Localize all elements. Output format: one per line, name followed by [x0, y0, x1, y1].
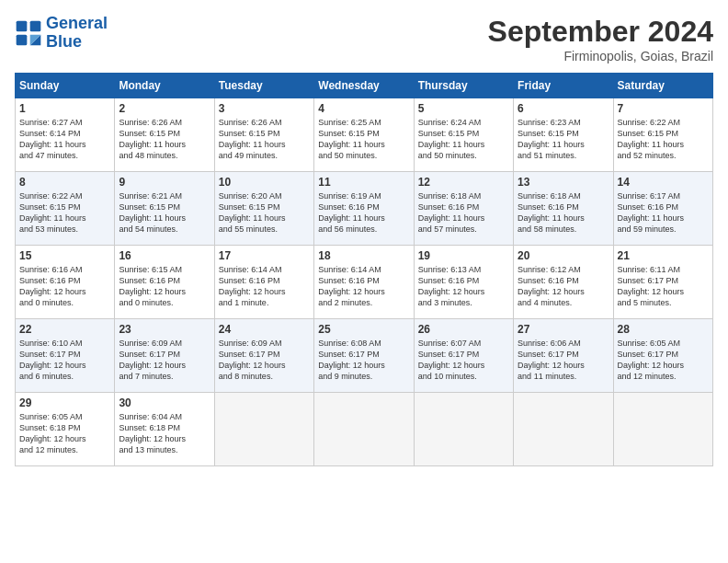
- col-wednesday: Wednesday: [314, 74, 414, 98]
- location-title: Firminopolis, Goias, Brazil: [488, 49, 713, 63]
- calendar-cell: [613, 393, 712, 466]
- day-number: 13: [518, 176, 609, 189]
- calendar-cell: 3Sunrise: 6:26 AM Sunset: 6:15 PM Daylig…: [214, 98, 313, 172]
- day-number: 9: [119, 176, 210, 189]
- day-number: 26: [418, 323, 509, 336]
- day-info: Sunrise: 6:23 AM Sunset: 6:15 PM Dayligh…: [518, 117, 609, 162]
- calendar-cell: 6Sunrise: 6:23 AM Sunset: 6:15 PM Daylig…: [514, 98, 613, 172]
- day-info: Sunrise: 6:14 AM Sunset: 6:16 PM Dayligh…: [318, 264, 409, 309]
- calendar-cell: [514, 393, 613, 466]
- day-number: 2: [119, 102, 210, 115]
- day-number: 17: [219, 249, 310, 262]
- col-tuesday: Tuesday: [214, 74, 313, 98]
- day-number: 27: [518, 323, 609, 336]
- col-friday: Friday: [514, 74, 613, 98]
- day-info: Sunrise: 6:13 AM Sunset: 6:16 PM Dayligh…: [418, 264, 509, 309]
- day-number: 5: [418, 102, 509, 115]
- day-info: Sunrise: 6:12 AM Sunset: 6:16 PM Dayligh…: [518, 264, 609, 309]
- calendar-row-5: 29Sunrise: 6:05 AM Sunset: 6:18 PM Dayli…: [16, 393, 713, 466]
- calendar-cell: 27Sunrise: 6:06 AM Sunset: 6:17 PM Dayli…: [514, 319, 613, 393]
- calendar-cell: 7Sunrise: 6:22 AM Sunset: 6:15 PM Daylig…: [613, 98, 712, 172]
- calendar-cell: [314, 393, 414, 466]
- logo: General Blue: [15, 15, 108, 52]
- day-number: 15: [19, 249, 110, 262]
- svg-rect-0: [17, 20, 28, 31]
- day-number: 24: [219, 323, 310, 336]
- day-number: 28: [618, 323, 709, 336]
- day-number: 11: [318, 176, 409, 189]
- day-info: Sunrise: 6:08 AM Sunset: 6:17 PM Dayligh…: [318, 338, 409, 383]
- logo-text: General Blue: [46, 15, 108, 52]
- calendar-cell: 10Sunrise: 6:20 AM Sunset: 6:15 PM Dayli…: [214, 172, 313, 246]
- calendar-cell: 8Sunrise: 6:22 AM Sunset: 6:15 PM Daylig…: [16, 172, 115, 246]
- calendar-cell: 14Sunrise: 6:17 AM Sunset: 6:16 PM Dayli…: [613, 172, 712, 246]
- title-block: September 2024 Firminopolis, Goias, Braz…: [488, 15, 713, 63]
- day-info: Sunrise: 6:05 AM Sunset: 6:17 PM Dayligh…: [618, 338, 709, 383]
- calendar-cell: 12Sunrise: 6:18 AM Sunset: 6:16 PM Dayli…: [414, 172, 513, 246]
- day-info: Sunrise: 6:11 AM Sunset: 6:17 PM Dayligh…: [618, 264, 709, 309]
- day-info: Sunrise: 6:25 AM Sunset: 6:15 PM Dayligh…: [318, 117, 409, 162]
- day-info: Sunrise: 6:07 AM Sunset: 6:17 PM Dayligh…: [418, 338, 509, 383]
- calendar-row-4: 22Sunrise: 6:10 AM Sunset: 6:17 PM Dayli…: [16, 319, 713, 393]
- day-info: Sunrise: 6:20 AM Sunset: 6:15 PM Dayligh…: [219, 190, 310, 236]
- calendar-cell: 24Sunrise: 6:09 AM Sunset: 6:17 PM Dayli…: [214, 319, 313, 393]
- day-number: 6: [518, 102, 609, 115]
- day-info: Sunrise: 6:21 AM Sunset: 6:15 PM Dayligh…: [119, 190, 210, 236]
- calendar-cell: 19Sunrise: 6:13 AM Sunset: 6:16 PM Dayli…: [414, 246, 513, 319]
- svg-rect-2: [17, 34, 28, 45]
- page-header: General Blue September 2024 Firminopolis…: [15, 15, 713, 63]
- day-number: 29: [19, 396, 110, 409]
- svg-rect-1: [30, 20, 41, 31]
- col-sunday: Sunday: [16, 74, 115, 98]
- day-info: Sunrise: 6:17 AM Sunset: 6:16 PM Dayligh…: [618, 190, 709, 236]
- day-number: 1: [19, 102, 110, 115]
- day-info: Sunrise: 6:27 AM Sunset: 6:14 PM Dayligh…: [19, 117, 110, 162]
- calendar-cell: 17Sunrise: 6:14 AM Sunset: 6:16 PM Dayli…: [214, 246, 313, 319]
- day-info: Sunrise: 6:04 AM Sunset: 6:18 PM Dayligh…: [119, 411, 210, 456]
- day-info: Sunrise: 6:26 AM Sunset: 6:15 PM Dayligh…: [219, 117, 310, 162]
- calendar-cell: 16Sunrise: 6:15 AM Sunset: 6:16 PM Dayli…: [115, 246, 214, 319]
- calendar-cell: 2Sunrise: 6:26 AM Sunset: 6:15 PM Daylig…: [115, 98, 214, 172]
- day-info: Sunrise: 6:22 AM Sunset: 6:15 PM Dayligh…: [618, 117, 709, 162]
- day-number: 14: [618, 176, 709, 189]
- calendar-cell: 13Sunrise: 6:18 AM Sunset: 6:16 PM Dayli…: [514, 172, 613, 246]
- day-info: Sunrise: 6:18 AM Sunset: 6:16 PM Dayligh…: [418, 190, 509, 236]
- day-info: Sunrise: 6:06 AM Sunset: 6:17 PM Dayligh…: [518, 338, 609, 383]
- day-info: Sunrise: 6:15 AM Sunset: 6:16 PM Dayligh…: [119, 264, 210, 309]
- calendar-cell: 21Sunrise: 6:11 AM Sunset: 6:17 PM Dayli…: [613, 246, 712, 319]
- day-info: Sunrise: 6:24 AM Sunset: 6:15 PM Dayligh…: [418, 117, 509, 162]
- calendar-row-1: 1Sunrise: 6:27 AM Sunset: 6:14 PM Daylig…: [16, 98, 713, 172]
- day-number: 20: [518, 249, 609, 262]
- calendar-cell: 1Sunrise: 6:27 AM Sunset: 6:14 PM Daylig…: [16, 98, 115, 172]
- calendar-cell: 11Sunrise: 6:19 AM Sunset: 6:16 PM Dayli…: [314, 172, 414, 246]
- day-info: Sunrise: 6:16 AM Sunset: 6:16 PM Dayligh…: [19, 264, 110, 309]
- calendar-cell: 18Sunrise: 6:14 AM Sunset: 6:16 PM Dayli…: [314, 246, 414, 319]
- day-info: Sunrise: 6:18 AM Sunset: 6:16 PM Dayligh…: [518, 190, 609, 236]
- day-info: Sunrise: 6:22 AM Sunset: 6:15 PM Dayligh…: [19, 190, 110, 236]
- calendar-cell: 15Sunrise: 6:16 AM Sunset: 6:16 PM Dayli…: [16, 246, 115, 319]
- header-row: Sunday Monday Tuesday Wednesday Thursday…: [16, 74, 713, 98]
- calendar-table: Sunday Monday Tuesday Wednesday Thursday…: [15, 73, 713, 466]
- col-saturday: Saturday: [613, 74, 712, 98]
- calendar-cell: 28Sunrise: 6:05 AM Sunset: 6:17 PM Dayli…: [613, 319, 712, 393]
- calendar-cell: [214, 393, 313, 466]
- day-number: 7: [618, 102, 709, 115]
- day-info: Sunrise: 6:09 AM Sunset: 6:17 PM Dayligh…: [219, 338, 310, 383]
- day-number: 22: [19, 323, 110, 336]
- calendar-cell: 4Sunrise: 6:25 AM Sunset: 6:15 PM Daylig…: [314, 98, 414, 172]
- calendar-cell: 20Sunrise: 6:12 AM Sunset: 6:16 PM Dayli…: [514, 246, 613, 319]
- calendar-cell: 5Sunrise: 6:24 AM Sunset: 6:15 PM Daylig…: [414, 98, 513, 172]
- calendar-cell: [414, 393, 513, 466]
- day-number: 16: [119, 249, 210, 262]
- month-title: September 2024: [488, 15, 713, 49]
- logo-icon: [15, 19, 42, 47]
- calendar-cell: 29Sunrise: 6:05 AM Sunset: 6:18 PM Dayli…: [16, 393, 115, 466]
- col-thursday: Thursday: [414, 74, 513, 98]
- day-number: 19: [418, 249, 509, 262]
- day-number: 8: [19, 176, 110, 189]
- logo-blue: Blue: [46, 32, 82, 51]
- day-number: 25: [318, 323, 409, 336]
- calendar-cell: 23Sunrise: 6:09 AM Sunset: 6:17 PM Dayli…: [115, 319, 214, 393]
- calendar-row-3: 15Sunrise: 6:16 AM Sunset: 6:16 PM Dayli…: [16, 246, 713, 319]
- calendar-row-2: 8Sunrise: 6:22 AM Sunset: 6:15 PM Daylig…: [16, 172, 713, 246]
